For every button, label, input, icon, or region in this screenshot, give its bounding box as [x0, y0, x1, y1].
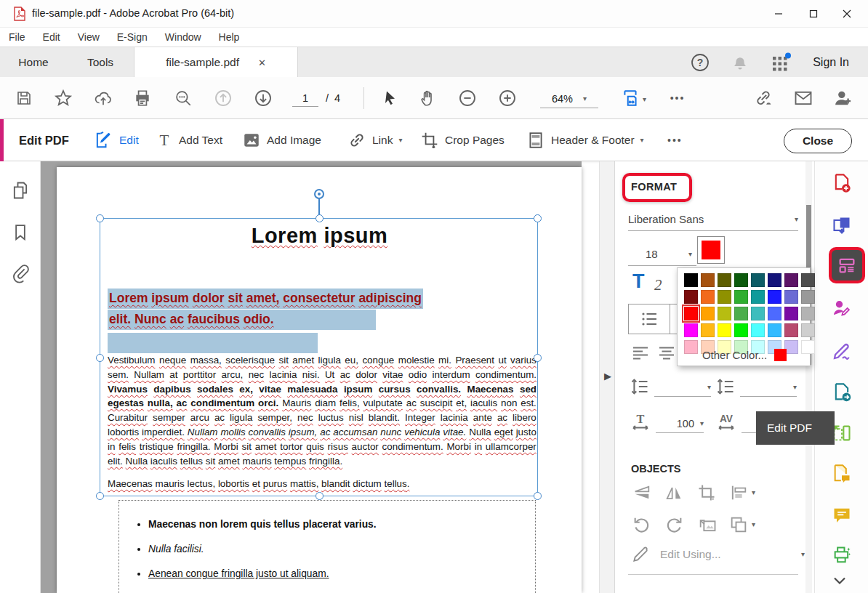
format-panel-scrollbar[interactable] [805, 161, 812, 593]
color-swatch[interactable] [684, 290, 698, 304]
rotate-cw-button[interactable] [663, 515, 685, 535]
color-swatch[interactable] [718, 323, 731, 337]
flip-horizontal-button[interactable] [663, 483, 685, 503]
print-button[interactable] [132, 87, 153, 109]
color-swatch[interactable] [718, 307, 731, 320]
color-swatch[interactable] [751, 323, 765, 337]
selected-text-line-1[interactable]: Lorem ipsum dolor sit amet, consectetur … [108, 291, 423, 306]
color-swatch[interactable] [734, 323, 748, 337]
line-spacing-select[interactable]: ▾ [654, 378, 711, 397]
replace-image-button[interactable] [696, 515, 718, 535]
close-window-button[interactable] [830, 0, 864, 27]
color-swatch[interactable] [734, 273, 748, 287]
zoom-level-select[interactable]: 64% ▾ [540, 89, 598, 108]
apps-grid-icon[interactable] [771, 52, 791, 73]
more-tools-button[interactable]: ••• [662, 87, 694, 109]
horizontal-scale-control[interactable]: T 100 ▾ [630, 411, 704, 433]
color-swatch[interactable] [768, 290, 781, 304]
expand-right-panel-button[interactable]: ▶ [604, 371, 611, 382]
color-swatch[interactable] [801, 323, 815, 337]
edit-using-button[interactable]: Edit Using... ▾ [631, 545, 721, 564]
document-heading[interactable]: Lorem ipsum [100, 224, 539, 248]
color-swatch[interactable] [801, 290, 815, 304]
bulleted-list-box[interactable]: Maecenas non lorem quis tellus placerat … [118, 500, 536, 593]
align-objects-button[interactable]: ▾ [728, 483, 755, 503]
export-pdf-button[interactable] [832, 382, 852, 403]
find-button[interactable] [172, 87, 194, 109]
color-swatch[interactable] [751, 290, 765, 304]
page-number-input[interactable] [292, 89, 318, 107]
rotation-handle[interactable] [314, 189, 324, 199]
resize-handle-s[interactable] [316, 492, 324, 500]
resize-handle-sw[interactable] [96, 492, 104, 500]
arrange-objects-button[interactable]: ▾ [728, 515, 755, 535]
color-swatch[interactable] [784, 307, 798, 320]
other-color-row[interactable]: Other Color... [678, 349, 811, 361]
color-swatch[interactable] [768, 307, 781, 320]
page-thumbnails-button[interactable] [10, 180, 31, 201]
menu-esign[interactable]: E-Sign [108, 28, 156, 47]
align-left-button[interactable] [631, 344, 650, 362]
color-swatch[interactable] [751, 307, 765, 320]
sign-in-button[interactable]: Sign In [813, 56, 849, 69]
color-swatch[interactable] [734, 290, 748, 304]
color-swatch[interactable] [768, 323, 781, 337]
share-link-button[interactable] [752, 87, 774, 109]
resize-handle-se[interactable] [534, 492, 542, 500]
add-comments-file-button[interactable] [832, 464, 852, 484]
resize-handle-nw[interactable] [96, 214, 104, 222]
share-with-people-button[interactable] [832, 87, 853, 109]
tab-tools[interactable]: Tools [67, 47, 134, 78]
email-button[interactable] [792, 87, 814, 109]
line-spacing-control[interactable]: ▾ [630, 376, 711, 397]
attachments-button[interactable] [10, 263, 31, 283]
add-image-button[interactable]: Add Image [242, 119, 321, 161]
body-paragraph[interactable]: Vestibulum neque massa, scelerisque sit … [108, 353, 537, 468]
flip-vertical-button[interactable] [631, 483, 653, 503]
menu-file[interactable]: File [0, 28, 34, 47]
edit-button[interactable]: Edit [93, 119, 139, 161]
font-family-select[interactable]: Liberation Sans ▾ [628, 208, 798, 231]
crop-object-button[interactable] [696, 483, 717, 503]
print-production-button[interactable] [832, 545, 852, 565]
edit-toolbar-more-button[interactable]: ••• [667, 119, 683, 161]
text-style-button[interactable]: T [632, 270, 645, 293]
notifications-bell-icon[interactable] [731, 53, 749, 72]
paragraph-spacing-control[interactable]: ▾ [715, 376, 797, 397]
resize-handle-w[interactable] [96, 354, 104, 362]
resize-handle-ne[interactable] [534, 214, 542, 222]
color-swatch[interactable] [801, 307, 815, 320]
menu-window[interactable]: Window [156, 28, 210, 47]
tab-home[interactable]: Home [0, 47, 67, 78]
paragraph-spacing-select[interactable]: ▾ [740, 378, 797, 397]
align-center-button[interactable] [657, 344, 676, 362]
selected-text-line-2[interactable]: elit. Nunc ac faucibus odio. [108, 312, 376, 327]
closing-paragraph[interactable]: Maecenas mauris lectus, lobortis et puru… [108, 478, 537, 489]
comment-button[interactable] [832, 505, 852, 525]
upload-cloud-button[interactable] [92, 87, 114, 109]
tab-close-icon[interactable]: ✕ [258, 57, 266, 68]
request-esignatures-button[interactable] [832, 298, 852, 318]
maximize-button[interactable] [797, 0, 830, 27]
menu-view[interactable]: View [69, 28, 108, 47]
color-swatch[interactable] [684, 273, 698, 287]
edit-pdf-tool-button[interactable] [829, 247, 865, 283]
tab-document[interactable]: file-sample.pdf ✕ [134, 47, 298, 78]
help-icon[interactable]: ? [691, 53, 710, 72]
zoom-in-button[interactable] [497, 87, 518, 109]
color-swatch[interactable] [701, 307, 715, 320]
bookmarks-button[interactable] [10, 222, 31, 243]
fill-and-sign-button[interactable] [832, 340, 852, 360]
color-swatch[interactable] [784, 290, 798, 304]
color-swatch[interactable] [801, 273, 815, 287]
select-tool-button[interactable] [379, 87, 401, 109]
bulleted-list-button[interactable] [628, 304, 670, 334]
menu-edit[interactable]: Edit [34, 28, 69, 47]
save-button[interactable] [13, 87, 35, 109]
create-pdf-button[interactable] [832, 173, 852, 193]
color-swatch[interactable] [784, 273, 798, 287]
organize-pages-button[interactable] [832, 423, 852, 443]
color-swatch[interactable] [701, 290, 715, 304]
color-swatch[interactable] [701, 323, 715, 337]
font-color-button[interactable] [697, 236, 725, 264]
